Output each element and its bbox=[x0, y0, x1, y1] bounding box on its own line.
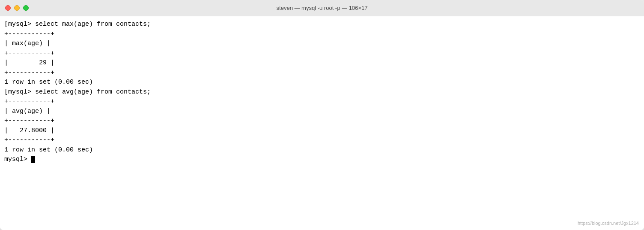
terminal-line: +-----------+ bbox=[4, 97, 640, 107]
terminal-line: | 29 | bbox=[4, 58, 640, 68]
titlebar: steven — mysql -u root -p — 106×17 bbox=[0, 0, 644, 16]
terminal-line: mysql> bbox=[4, 155, 640, 165]
terminal-line: +-----------+ bbox=[4, 49, 640, 59]
terminal-line: 1 row in set (0.00 sec) bbox=[4, 145, 640, 155]
terminal-line: | max(age) | bbox=[4, 39, 640, 49]
terminal-line: +-----------+ bbox=[4, 116, 640, 126]
terminal-line: [mysql> select avg(age) from contacts; bbox=[4, 88, 640, 97]
terminal-line: +-----------+ bbox=[4, 136, 640, 145]
terminal-window: steven — mysql -u root -p — 106×17 [mysq… bbox=[0, 0, 644, 230]
watermark: https://blog.csdn.net/Jgx1214 bbox=[578, 220, 639, 227]
terminal-line: +-----------+ bbox=[4, 68, 640, 78]
terminal-line: 1 row in set (0.00 sec) bbox=[4, 78, 640, 88]
maximize-button[interactable] bbox=[23, 5, 29, 11]
terminal-line: | avg(age) | bbox=[4, 107, 640, 117]
traffic-lights bbox=[5, 5, 29, 11]
close-button[interactable] bbox=[5, 5, 11, 11]
terminal-line: | 27.8000 | bbox=[4, 126, 640, 136]
terminal-body[interactable]: [mysql> select max(age) from contacts;+-… bbox=[0, 16, 644, 230]
minimize-button[interactable] bbox=[14, 5, 20, 11]
terminal-output: [mysql> select max(age) from contacts;+-… bbox=[4, 20, 640, 165]
terminal-line: [mysql> select max(age) from contacts; bbox=[4, 20, 640, 30]
cursor bbox=[31, 156, 35, 163]
terminal-line: +-----------+ bbox=[4, 30, 640, 39]
window-title: steven — mysql -u root -p — 106×17 bbox=[277, 5, 368, 11]
